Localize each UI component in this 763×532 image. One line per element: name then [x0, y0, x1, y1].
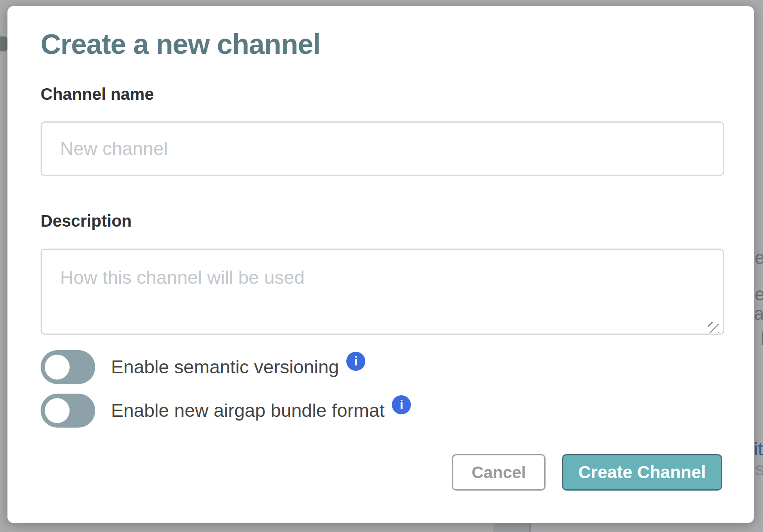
background-link-fragment: it: [754, 440, 763, 458]
channel-name-input[interactable]: [41, 121, 724, 176]
cancel-button[interactable]: Cancel: [452, 454, 546, 491]
background-page-fragment: [493, 523, 531, 532]
background-page-fragment: [0, 36, 7, 51]
semantic-versioning-label: Enable semantic versioning: [111, 356, 339, 378]
modal-title: Create a new channel: [41, 28, 320, 60]
toggle-knob: [45, 355, 70, 380]
modal-actions: Cancel Create Channel: [452, 454, 722, 491]
background-text-fragment: s: [755, 460, 763, 478]
description-label: Description: [41, 212, 132, 230]
background-text-fragment: e: [755, 249, 763, 267]
background-text-fragment: l: [761, 329, 763, 348]
airgap-bundle-label: Enable new airgap bundle format: [111, 400, 384, 421]
background-text-fragment: a: [754, 305, 763, 323]
airgap-bundle-row: Enable new airgap bundle format i: [41, 394, 411, 428]
airgap-bundle-toggle[interactable]: [41, 394, 95, 428]
create-channel-button[interactable]: Create Channel: [562, 454, 722, 491]
create-channel-modal: Create a new channel Channel name Descri…: [7, 6, 754, 523]
toggle-knob: [45, 398, 70, 423]
description-textarea[interactable]: [41, 249, 724, 335]
info-icon[interactable]: i: [392, 395, 411, 414]
channel-name-label: Channel name: [41, 85, 154, 104]
background-text-fragment: e: [755, 285, 763, 303]
semantic-versioning-toggle[interactable]: [41, 350, 95, 384]
semantic-versioning-row: Enable semantic versioning i: [41, 350, 365, 384]
info-icon[interactable]: i: [346, 352, 365, 371]
